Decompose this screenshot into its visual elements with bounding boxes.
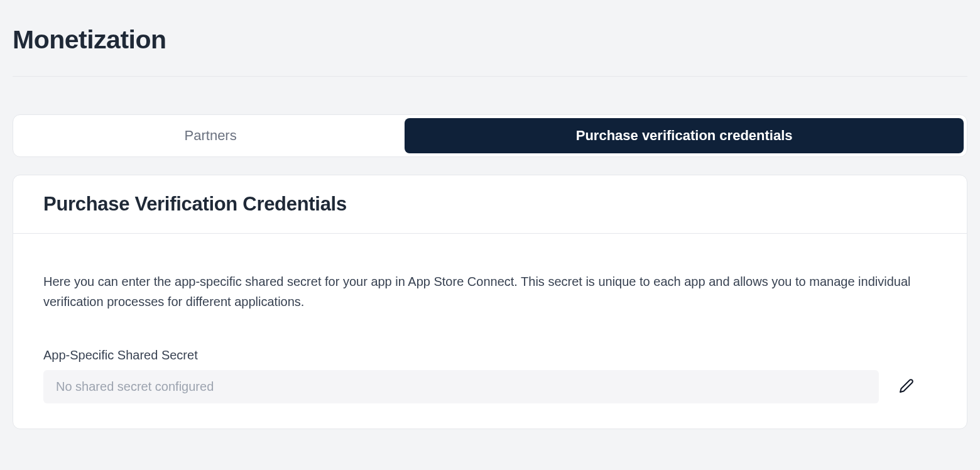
tabs-container: Partners Purchase verification credentia… [13, 114, 967, 157]
edit-shared-secret-button[interactable] [894, 373, 919, 400]
card-description: Here you can enter the app-specific shar… [43, 271, 937, 312]
card-body: Here you can enter the app-specific shar… [13, 234, 967, 429]
divider [13, 76, 967, 77]
shared-secret-label: App-Specific Shared Secret [43, 348, 937, 363]
credentials-card: Purchase Verification Credentials Here y… [13, 175, 967, 429]
card-header: Purchase Verification Credentials [13, 175, 967, 234]
shared-secret-row [43, 370, 937, 403]
card-title: Purchase Verification Credentials [43, 193, 937, 216]
shared-secret-input[interactable] [43, 370, 879, 403]
pencil-icon [899, 378, 914, 395]
tab-purchase-verification-credentials[interactable]: Purchase verification credentials [405, 118, 964, 153]
tab-partners[interactable]: Partners [16, 118, 405, 153]
page-title: Monetization [13, 25, 967, 55]
